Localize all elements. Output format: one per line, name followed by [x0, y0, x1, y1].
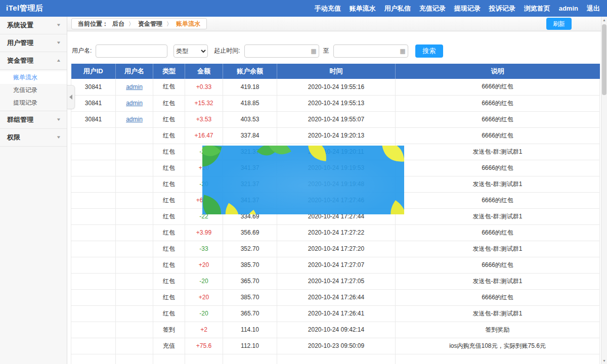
cell-username: admin — [116, 95, 153, 111]
sidebar-group-群组管理[interactable]: 群组管理▼ — [0, 111, 67, 129]
cell-type: 红包 — [153, 95, 185, 111]
cell-username — [116, 176, 153, 192]
sidebar-collapse-handle[interactable] — [67, 85, 75, 109]
cell-balance: 403.53 — [223, 111, 277, 127]
table-row: 红包-20365.702020-10-24 17:26:41发送包-群:测试群1 — [71, 305, 600, 322]
cell-username — [116, 192, 153, 208]
search-button[interactable]: 搜索 — [415, 44, 443, 58]
date-from-box: ▦ — [244, 44, 319, 58]
table-row: 红包+16.47337.842020-10-24 19:20:136666的红包 — [71, 127, 600, 144]
cell-balance: 419.18 — [223, 79, 277, 95]
table-row: 充值+75.6112.102020-10-23 09:50:09ios内购充值1… — [71, 338, 600, 354]
table-row: 红包+20385.702020-10-24 17:26:446666的红包 — [71, 289, 600, 305]
date-to-input[interactable] — [333, 44, 408, 58]
sidebar-group-系统设置[interactable]: 系统设置▼ — [0, 17, 67, 34]
top-menu-item-3[interactable]: 用户私信 — [384, 4, 411, 13]
top-menu-item-5[interactable]: 提现记录 — [454, 4, 481, 13]
sidebar-group-label: 群组管理 — [7, 111, 33, 128]
cell-user-id: 30841 — [71, 95, 116, 111]
cell-user-id: 30841 — [71, 111, 116, 127]
chevron-up-icon: ▲ — [56, 52, 61, 69]
cell-username — [116, 338, 153, 354]
breadcrumb-item-1[interactable]: 后台 — [112, 20, 124, 28]
username-link[interactable]: admin — [126, 100, 143, 107]
cell-time: 2020-10-24 19:55:13 — [277, 95, 396, 111]
top-menu-item-2[interactable]: 账单流水 — [350, 4, 376, 13]
sidebar-group-资金管理[interactable]: 资金管理▲ — [0, 52, 67, 70]
table-row: 红包+3.99356.692020-10-24 17:27:226666的红包 — [71, 224, 600, 241]
breadcrumb-item-2[interactable]: 资金管理 — [138, 20, 162, 28]
type-select[interactable]: 类型 — [174, 44, 208, 58]
cell-note: 6666的红包 — [396, 160, 600, 176]
cell-time: 2020-10-24 17:27:20 — [277, 241, 396, 257]
cell-username — [116, 241, 153, 257]
cell-username — [116, 208, 153, 224]
top-menu-item-7[interactable]: 浏览首页 — [524, 4, 550, 13]
cell-user-id — [71, 144, 116, 160]
top-menu: 手动充值账单流水用户私信充值记录提现记录投诉记录浏览首页admin退出 — [315, 4, 607, 13]
date-from-input[interactable] — [244, 44, 319, 58]
cell-type: 红包 — [153, 111, 185, 127]
cell-username — [116, 289, 153, 305]
cell-amount: +2 — [185, 322, 223, 338]
breadcrumb: 当前位置： 后台〉资金管理〉账单流水 — [71, 18, 207, 29]
table-row: 红包+20385.702020-10-24 17:27:076666的红包 — [71, 257, 600, 273]
sidebar-submenu: 账单流水充值记录提现记录 — [0, 70, 67, 111]
cell-note: 6666的红包 — [396, 127, 600, 144]
cell-note: 6666的红包 — [396, 257, 600, 273]
table-row — [71, 354, 600, 364]
chevron-down-icon: ▼ — [56, 17, 61, 34]
cell-type: 红包 — [153, 127, 185, 144]
scrollbar-thumb[interactable] — [602, 24, 606, 95]
scroll-up-icon[interactable]: ▲ — [601, 17, 607, 23]
refresh-button[interactable]: 刷新 — [546, 18, 572, 30]
username-link[interactable]: admin — [126, 116, 143, 123]
sidebar-group-label: 用户管理 — [7, 34, 33, 52]
column-header-时间: 时间 — [277, 64, 396, 79]
column-header-用户名: 用户名 — [116, 64, 153, 79]
cell-type: 充值 — [153, 338, 185, 354]
cell-time: 2020-10-24 19:55:16 — [277, 79, 396, 95]
sidebar-group-用户管理[interactable]: 用户管理▼ — [0, 34, 67, 52]
cell-type: 红包 — [153, 79, 185, 95]
cell-time: 2020-10-24 19:55:07 — [277, 111, 396, 127]
cell-note: 发送包-群:测试群1 — [396, 176, 600, 192]
cell-balance: 365.70 — [223, 273, 277, 289]
chevron-left-icon — [69, 95, 72, 100]
cell-user-id — [71, 224, 116, 241]
breadcrumb-item-3: 账单流水 — [176, 20, 200, 28]
cell-note: 发送包-群:测试群1 — [396, 241, 600, 257]
sidebar-item-提现记录[interactable]: 提现记录 — [0, 97, 67, 109]
cell-note: 6666的红包 — [396, 192, 600, 208]
table-row: 30841admin红包+0.33419.182020-10-24 19:55:… — [71, 79, 600, 95]
top-menu-item-8[interactable]: admin — [559, 5, 578, 12]
sidebar-item-账单流水[interactable]: 账单流水 — [0, 71, 67, 84]
cell-type: 签到 — [153, 322, 185, 338]
cell-time: 2020-10-24 17:27:05 — [277, 273, 396, 289]
column-header-说明: 说明 — [396, 64, 600, 79]
chevron-down-icon: ▼ — [56, 111, 61, 128]
column-header-金额: 金额 — [185, 64, 223, 79]
cell-username — [116, 354, 153, 364]
cell-user-id — [71, 305, 116, 322]
cell-time — [277, 354, 396, 364]
cell-note: 6666的红包 — [396, 224, 600, 241]
cell-note: 发送包-群:测试群1 — [396, 144, 600, 160]
username-link[interactable]: admin — [126, 83, 143, 90]
cell-username: admin — [116, 111, 153, 127]
vertical-scrollbar[interactable]: ▲ ▼ — [601, 17, 607, 364]
top-menu-item-4[interactable]: 充值记录 — [419, 4, 446, 13]
sidebar: 系统设置▼用户管理▼资金管理▲账单流水充值记录提现记录群组管理▼权限▼ — [0, 17, 67, 364]
top-menu-item-1[interactable]: 手动充值 — [315, 4, 341, 13]
cell-note: 发送包-群:测试群1 — [396, 208, 600, 224]
top-menu-item-9[interactable]: 退出 — [587, 4, 600, 13]
search-form: 用户名: 类型 起止时间: ▦ 至 ▦ 搜索 — [67, 31, 601, 60]
username-input[interactable] — [96, 44, 167, 58]
cell-time: 2020-10-24 17:27:07 — [277, 257, 396, 273]
sidebar-group-权限[interactable]: 权限▼ — [0, 129, 67, 147]
sidebar-item-充值记录[interactable]: 充值记录 — [0, 84, 67, 97]
scroll-down-icon[interactable]: ▼ — [601, 357, 607, 364]
top-menu-item-6[interactable]: 投诉记录 — [489, 4, 515, 13]
cell-type: 红包 — [153, 224, 185, 241]
cell-user-id — [71, 289, 116, 305]
